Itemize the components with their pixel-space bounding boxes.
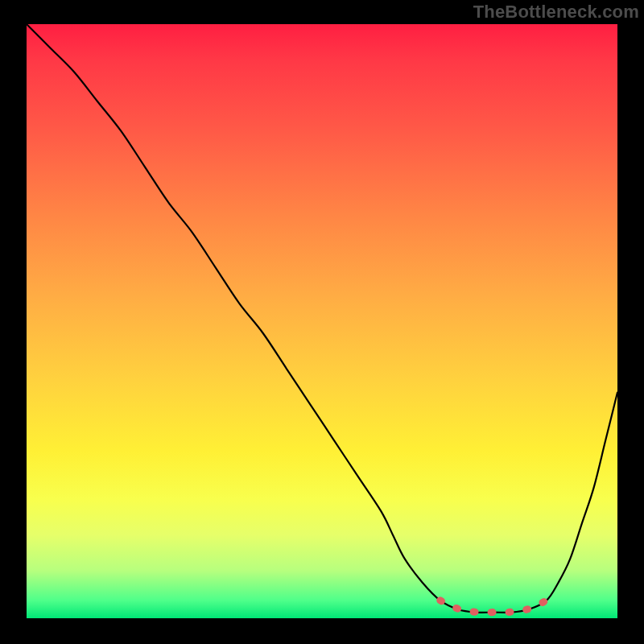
bottleneck-curve xyxy=(27,24,617,618)
curve-optimal-range xyxy=(440,601,547,613)
chart-plot-area xyxy=(27,24,617,618)
watermark-text: TheBottleneck.com xyxy=(473,2,639,23)
curve-line xyxy=(27,24,617,613)
